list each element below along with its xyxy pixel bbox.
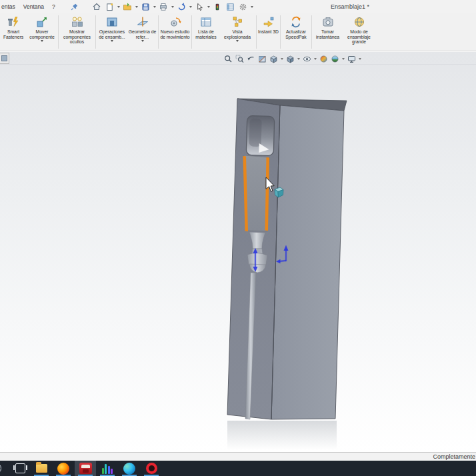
exploded-view-button[interactable]: Vista explosionada: [219, 13, 255, 51]
undo-dropdown[interactable]: [189, 6, 192, 8]
instant3d-button[interactable]: Instant 3D: [257, 13, 279, 51]
reference-geometry-dropdown[interactable]: [141, 40, 144, 42]
print-dropdown[interactable]: [171, 6, 174, 8]
open-icon[interactable]: [122, 1, 133, 12]
task-view-icon[interactable]: [9, 461, 31, 476]
show-hidden-components-icon: [71, 15, 84, 29]
undo-icon[interactable]: [176, 1, 187, 12]
file-explorer-icon[interactable]: [31, 461, 52, 476]
opera-glyph: [146, 463, 157, 474]
reference-geometry-button[interactable]: Geometría de refer...: [127, 13, 157, 51]
menu-herramientas[interactable]: entas: [0, 3, 19, 10]
folder-glyph: [36, 464, 47, 473]
button-label: Instant 3D: [258, 29, 279, 35]
toolbar-separator: [191, 15, 192, 49]
toolbar-separator: [280, 15, 281, 49]
new-document-icon[interactable]: [104, 1, 115, 12]
edge-icon[interactable]: [119, 461, 140, 476]
solidworks-glyph: [79, 463, 92, 474]
options-gear-icon[interactable]: [237, 1, 249, 12]
button-label: Actualizar SpeedPak: [281, 29, 311, 39]
windows-taskbar: [0, 461, 476, 476]
toolbar-separator: [158, 15, 159, 49]
assembly-features-dropdown[interactable]: [111, 40, 113, 42]
button-label: Modo de ensamblaje grande: [343, 29, 375, 45]
button-label: Operaciones de ensamb...: [97, 29, 127, 39]
take-snapshot-button[interactable]: Tomar instantánea: [313, 13, 343, 51]
open-dropdown[interactable]: [135, 6, 138, 8]
options-dropdown[interactable]: [251, 6, 253, 8]
button-label: Tomar instantánea: [313, 29, 343, 39]
button-label: Lista de materiales: [193, 29, 219, 39]
button-label: Mover componente: [27, 29, 57, 39]
move-component-button[interactable]: Mover componente: [27, 13, 57, 51]
bill-of-materials-button[interactable]: Lista de materiales: [193, 13, 219, 51]
edge-glyph: [123, 463, 135, 475]
toolbar-separator: [311, 15, 312, 49]
save-dropdown[interactable]: [153, 6, 156, 8]
update-speedpak-icon: [289, 15, 303, 29]
solidworks-icon[interactable]: [75, 461, 96, 476]
model-reflection: [227, 421, 337, 450]
3d-model-canvas[interactable]: [0, 52, 476, 452]
assembly-features-icon: [105, 15, 119, 29]
status-bar: Completamente: [0, 452, 476, 461]
select-cursor-icon[interactable]: [194, 1, 205, 12]
bill-of-materials-icon: [199, 15, 213, 29]
smart-fasteners-button[interactable]: Smart Fasteners: [0, 13, 27, 51]
pin-icon[interactable]: [69, 1, 80, 12]
large-assembly-mode-button[interactable]: Modo de ensamblaje grande: [343, 13, 375, 51]
opera-icon[interactable]: [141, 461, 162, 476]
status-message: Completamente: [433, 453, 475, 460]
window-title: Ensamblaje1 *: [303, 0, 397, 13]
move-component-icon: [35, 15, 49, 29]
menu-help[interactable]: ?: [48, 3, 59, 10]
media-bars-glyph: [101, 463, 113, 474]
assembly-features-button[interactable]: Operaciones de ensamb...: [97, 13, 127, 51]
motion-study-icon: [169, 15, 182, 29]
exploded-view-icon: [231, 15, 244, 29]
button-label: Nuevo estudio de movimiento: [159, 29, 191, 39]
toolbar-separator: [58, 15, 59, 49]
print-icon[interactable]: [158, 1, 169, 12]
select-dropdown[interactable]: [207, 6, 210, 8]
save-icon[interactable]: [140, 1, 151, 12]
button-label: Vista explosionada: [219, 29, 255, 39]
menubar: entas Ventana ?: [0, 0, 476, 13]
task-view-glyph: [15, 463, 25, 473]
rebuild-traffic-light-icon[interactable]: [212, 1, 223, 12]
reference-geometry-icon: [136, 15, 149, 29]
cortana-ring: [0, 463, 1, 474]
solidworks-window: entas Ventana ?: [0, 0, 476, 476]
graphics-viewport[interactable]: [0, 52, 476, 452]
update-speedpak-button[interactable]: Actualizar SpeedPak: [281, 13, 311, 51]
handle-recess-cavity: [246, 115, 275, 155]
block-right-face: [271, 105, 344, 419]
move-component-dropdown[interactable]: [41, 40, 43, 42]
firefox-glyph: [57, 463, 69, 475]
large-assembly-mode-icon: [353, 15, 366, 29]
show-hidden-components-button[interactable]: Mostrar componentes ocultos: [59, 13, 95, 51]
selected-component-channel: [243, 155, 270, 231]
button-label: Geometría de refer...: [127, 29, 157, 39]
menu-ventana[interactable]: Ventana: [19, 3, 48, 10]
home-icon[interactable]: [91, 1, 103, 12]
take-snapshot-icon: [321, 15, 335, 29]
new-document-dropdown[interactable]: [117, 6, 120, 8]
media-player-icon[interactable]: [97, 461, 118, 476]
instant3d-icon: [262, 15, 275, 29]
toolbar-separator: [256, 15, 257, 49]
smart-fasteners-icon: [7, 15, 20, 29]
motion-study-button[interactable]: Nuevo estudio de movimiento: [159, 13, 191, 51]
button-label: Smart Fasteners: [0, 29, 27, 39]
assembly-toolbar: Smart Fasteners Mover componente Mostrar…: [0, 13, 476, 51]
exploded-view-dropdown[interactable]: [236, 40, 239, 42]
toolbar-separator: [95, 15, 96, 49]
file-properties-icon[interactable]: [225, 1, 236, 12]
button-label: Mostrar componentes ocultos: [59, 29, 95, 45]
firefox-icon[interactable]: [53, 461, 74, 476]
